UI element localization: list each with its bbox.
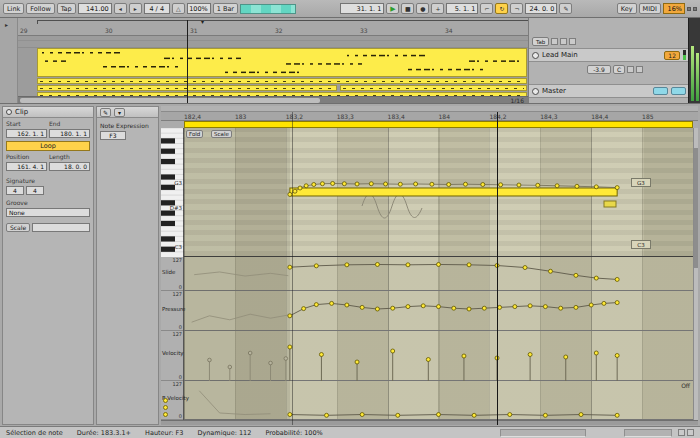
lane-slide[interactable] [184, 257, 693, 291]
tempo-field[interactable]: 141.00 [78, 3, 112, 14]
clip-loop-button[interactable]: Loop [6, 141, 90, 151]
loop-start-field[interactable]: 5. 1. 1 [446, 3, 478, 14]
midi-map-button[interactable]: MIDI [639, 3, 661, 14]
master-cue-chip[interactable] [653, 87, 668, 95]
note-expression-panel: ✎ ▾ Note Expression F3 [96, 106, 159, 425]
bar-number: 33 [358, 27, 368, 34]
scale-select[interactable] [32, 223, 90, 232]
arrangement-loop-brace[interactable] [37, 20, 535, 24]
lane-min-value: 0 [179, 413, 182, 419]
metronome-icon[interactable]: △ [172, 3, 185, 14]
lane-min-value: 0 [179, 374, 182, 380]
transport-bar: Link Follow Tap 141.00 ◂ ▸ 4 / 4 △ 100% … [0, 0, 700, 18]
lane-chooser-dot[interactable] [163, 405, 168, 410]
follow-button[interactable]: Follow [26, 3, 54, 14]
fold-arrow-icon[interactable]: ▸ [5, 21, 8, 28]
nudge-down-icon[interactable]: ◂ [114, 3, 127, 14]
loop-position-field[interactable]: 161. 4. 1 [6, 162, 47, 171]
arrangement-view: ▸ ▾ 293031323334 1/16 Tab [0, 18, 700, 103]
arrangement-position-field[interactable]: 31. 1. 1 [340, 3, 384, 14]
stop-button[interactable]: ■ [401, 3, 414, 14]
beat-label: 183,2 [286, 113, 303, 120]
automation-mode-button[interactable] [551, 38, 558, 45]
piano-keyboard[interactable]: G3D#3C3 [161, 128, 184, 257]
arrangement-clip-lead-main[interactable] [37, 48, 527, 77]
expand-panel-icon[interactable]: ▾ [114, 108, 125, 117]
lane-header-slide[interactable]: Slide1270 [161, 257, 183, 291]
time-signature-field[interactable]: 4 / 4 [144, 3, 170, 14]
draw-mode-button[interactable]: ✎ [559, 3, 572, 14]
groove-select[interactable]: None [6, 208, 90, 217]
automation-lane[interactable] [18, 36, 528, 48]
clip-panel: Clip Start End 162. 1. 1 180. 1. 1 Loop … [2, 106, 94, 425]
unfold-track-icon[interactable] [532, 52, 539, 59]
lane-r-velocity[interactable]: Off [184, 381, 693, 420]
transport-center: 31. 1. 1 ▶ ■ ● + 5. 1. 1 ⌐ ↻ ¬ 24. 0. 0 … [340, 3, 572, 14]
play-button[interactable]: ▶ [386, 3, 399, 14]
clip-activator-icon[interactable] [6, 109, 12, 115]
arrangement-clip[interactable] [37, 78, 527, 84]
track-activator-button[interactable] [627, 66, 634, 73]
arrangement-hscrollbar[interactable]: 1/16 [18, 96, 528, 103]
punch-in-button[interactable]: ⌐ [480, 3, 493, 14]
punch-out-button[interactable]: ¬ [510, 3, 523, 14]
clip-mini-notes [38, 49, 526, 76]
track-pan-field[interactable]: C [613, 65, 625, 74]
lane-header-r-velocity[interactable]: R.Velocity1270 [161, 381, 183, 420]
lane-chooser-dot[interactable] [163, 398, 168, 403]
quantization-menu[interactable]: 1 Bar [213, 3, 238, 14]
lane-velocity[interactable] [184, 331, 693, 381]
editor-beat-ruler[interactable]: 182,4183183,2183,3183,4184184,2184,3184,… [161, 112, 698, 121]
signature-numerator-field[interactable]: 4 [6, 186, 24, 195]
master-volume-chip[interactable] [671, 87, 686, 95]
record-button[interactable]: ● [416, 3, 429, 14]
key-map-button[interactable]: Key [617, 3, 637, 14]
note-grid[interactable]: Fold Scale G3C3 [184, 128, 693, 257]
midi-arrangement-overdub-button[interactable]: + [431, 3, 444, 14]
lane-header-velocity[interactable]: Velocity1270 [161, 331, 183, 381]
io-toggle-button[interactable] [569, 38, 576, 45]
groove-amount-field[interactable]: 100% [187, 3, 211, 14]
lane-pressure[interactable] [184, 291, 693, 331]
track-header-lead-main[interactable]: Lead Main 12 [529, 48, 689, 62]
status-item: Probabilité: 100% [265, 429, 322, 437]
scrollbar-thumb[interactable] [694, 148, 698, 268]
fold-button[interactable]: Fold [186, 130, 203, 138]
arrangement-clip[interactable] [340, 85, 527, 91]
track-solo-button[interactable] [636, 66, 643, 73]
track-volume-field[interactable]: -3.9 [587, 65, 611, 74]
lane-name: Slide [162, 269, 175, 275]
editor-vscrollbar[interactable] [693, 128, 698, 420]
track-meter [683, 50, 686, 60]
bar-number: 30 [103, 27, 113, 34]
lane-header-pressure[interactable]: Pressure1270 [161, 291, 183, 331]
unfold-track-icon[interactable] [532, 88, 539, 95]
start-label: Start [6, 120, 47, 127]
loop-length-field[interactable]: 24. 0. 0 [525, 3, 557, 14]
tap-tempo-button[interactable]: Tap [57, 3, 76, 14]
lane-chooser-dot[interactable] [163, 412, 168, 417]
clip-start-field[interactable]: 162. 1. 1 [6, 129, 47, 138]
status-items: Durée: 183.3.1+Hauteur: F3Dynamique: 112… [63, 429, 323, 437]
draw-tool-icon[interactable]: ✎ [100, 108, 111, 117]
arrangement-beat-ruler[interactable]: ▾ 293031323334 [18, 18, 528, 36]
insert-marker [292, 112, 293, 425]
nudge-up-icon[interactable]: ▸ [129, 3, 142, 14]
scale-button[interactable]: Scale [211, 130, 232, 138]
loop-length-field[interactable]: 18. 0. 0 [49, 162, 90, 171]
link-button[interactable]: Link [3, 3, 24, 14]
scale-toggle[interactable]: Scale [6, 223, 30, 232]
track-arm-value[interactable]: 12 [664, 51, 680, 60]
loop-button[interactable]: ↻ [495, 3, 508, 14]
midi-note[interactable] [290, 188, 617, 196]
track-header-master[interactable]: Master [529, 84, 689, 98]
note-pitch-field[interactable]: F3 [100, 131, 126, 140]
key-label-c3: C3 [175, 244, 182, 250]
editor-bottom-bar [161, 420, 698, 425]
clip-end-field[interactable]: 180. 1. 1 [49, 129, 90, 138]
signature-denominator-field[interactable]: 4 [26, 186, 44, 195]
clip-loop-region-bar[interactable] [184, 121, 693, 128]
lock-envelopes-button[interactable] [560, 38, 567, 45]
arrangement-gutter: ▸ [0, 18, 18, 103]
tab-chip[interactable]: Tab [532, 37, 549, 46]
